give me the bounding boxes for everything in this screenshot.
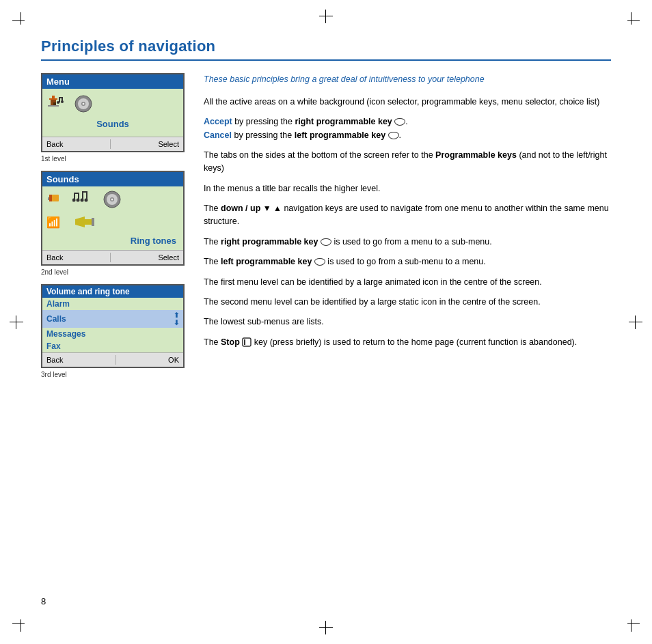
screen2-icon-phone: 📶: [46, 214, 67, 230]
left-prog-key-label: left programmable key: [221, 257, 312, 266]
svg-rect-0: [52, 96, 55, 98]
right-prog-key-sym: [321, 238, 331, 246]
svg-point-26: [85, 199, 88, 202]
title-rule: [41, 59, 611, 61]
svg-rect-4: [48, 105, 59, 107]
nav-arrows: ▼ ▲: [263, 204, 282, 213]
svg-rect-6: [59, 97, 63, 98]
svg-rect-3: [53, 102, 56, 105]
svg-rect-15: [49, 195, 52, 201]
para7: The left programmable key is used to go …: [204, 255, 611, 268]
screen3-item-fax: Fax: [42, 340, 183, 352]
svg-rect-34: [92, 218, 94, 226]
svg-marker-32: [75, 216, 85, 227]
screen1-select[interactable]: Select: [158, 140, 179, 148]
intro-text: These basic principles bring a great dea…: [204, 73, 611, 86]
left-key-label: left programmable key: [295, 130, 385, 140]
svg-point-30: [111, 199, 113, 201]
para-accept-cancel: Accept by pressing the right programmabl…: [204, 115, 611, 142]
svg-rect-1: [49, 98, 57, 100]
svg-rect-18: [74, 193, 79, 194]
scroll-icon: ⬆⬇: [174, 311, 179, 326]
svg-rect-16: [48, 197, 49, 200]
right-key-symbol: [394, 118, 405, 126]
screen1-highlight: Sounds: [46, 117, 179, 130]
left-prog-key-sym: [314, 258, 325, 266]
screen2-icon-cd2: [103, 190, 122, 209]
left-key-symbol: [388, 132, 399, 139]
svg-text:📶: 📶: [46, 216, 60, 229]
programmable-keys-label: Programmable keys: [435, 150, 517, 160]
para5: The down / up ▼ ▲ navigation keys are us…: [204, 202, 611, 229]
screen3-item-title: Volume and ring tone: [42, 285, 183, 298]
page-title: Principles of navigation: [41, 38, 611, 55]
screen1: Menu: [41, 73, 185, 152]
screen3-divider: [116, 355, 116, 365]
screen3: Volume and ring tone Alarm Calls ⬆⬇ Mess…: [41, 284, 185, 368]
screen1-icon-house: [46, 93, 68, 115]
left-cross-mark: [10, 316, 23, 329]
screen2-highlight: Ring tones: [46, 234, 179, 247]
stop-key-icon: [242, 337, 252, 347]
screen2-body: 📶 Ring tones: [42, 186, 183, 250]
accept-label: Accept: [204, 117, 232, 126]
para11: The Stop key (press briefly) is used to …: [204, 336, 611, 349]
screen3-ok[interactable]: OK: [168, 356, 179, 364]
screen1-icons: [46, 93, 179, 115]
screen2-icons: [46, 189, 179, 210]
screen2-select[interactable]: Select: [158, 253, 179, 262]
para1: All the active areas on a white backgrou…: [204, 96, 611, 109]
screen2-icon-horn: [72, 212, 97, 232]
screen1-bottom: Back Select: [42, 137, 183, 151]
left-column: Menu: [41, 73, 185, 387]
para6: The right programmable key is used to go…: [204, 236, 611, 249]
para8: The first menu level can be identified b…: [204, 276, 611, 289]
para9: The second menu level can be identified …: [204, 296, 611, 309]
screen1-back[interactable]: Back: [46, 140, 63, 148]
svg-point-8: [57, 101, 59, 104]
screen3-body: Volume and ring tone Alarm Calls ⬆⬇ Mess…: [42, 285, 183, 352]
main-layout: Menu: [41, 73, 611, 387]
screen3-back[interactable]: Back: [46, 356, 63, 364]
screen3-item-alarm: Alarm: [42, 298, 183, 310]
svg-point-25: [81, 199, 84, 202]
para4: In the menus a title bar recalls the hig…: [204, 182, 611, 195]
screen3-label: 3rd level: [41, 371, 185, 378]
svg-point-9: [61, 100, 64, 103]
screen2-icon-eraser: [46, 189, 67, 210]
screen3-item-calls[interactable]: Calls ⬆⬇: [42, 310, 183, 328]
svg-rect-33: [85, 219, 92, 225]
screen2-label: 2nd level: [41, 268, 185, 276]
screen3-bottom: Back OK: [42, 352, 183, 367]
screen1-divider: [110, 139, 111, 149]
right-cross-mark: [629, 316, 642, 329]
corner-mark-br: [619, 611, 640, 632]
down-up-label: down / up: [221, 204, 260, 213]
page-number: 8: [41, 596, 46, 606]
screen1-body: Sounds: [42, 89, 183, 137]
screen2-title: Sounds: [42, 172, 183, 186]
screen1-title: Menu: [42, 74, 183, 89]
screen2-back[interactable]: Back: [46, 253, 63, 262]
svg-point-13: [83, 103, 85, 105]
corner-mark-tr: [619, 12, 640, 33]
corner-mark-tl: [12, 12, 33, 33]
stop-key-label: Stop: [221, 337, 240, 347]
svg-rect-23: [82, 191, 87, 193]
top-cross-mark: [319, 10, 333, 23]
screen3-item-messages: Messages: [42, 328, 183, 340]
cancel-label: Cancel: [204, 130, 232, 140]
screen1-label: 1st level: [41, 155, 185, 163]
right-prog-key-label: right programmable key: [221, 237, 318, 247]
right-key-label: right programmable key: [295, 117, 392, 126]
screen1-icon-cd: [74, 94, 93, 113]
screen2: Sounds: [41, 171, 185, 266]
screen2-icon-notes: [72, 190, 97, 209]
right-column: These basic principles bring a great dea…: [204, 73, 611, 387]
para10: The lowest sub-menus are lists.: [204, 316, 611, 328]
para3: The tabs on the sides at the bottom of t…: [204, 149, 611, 176]
svg-point-21: [77, 199, 80, 202]
svg-rect-35: [243, 338, 251, 346]
screen2-icons-row2: 📶: [46, 212, 179, 232]
svg-rect-36: [244, 339, 245, 345]
